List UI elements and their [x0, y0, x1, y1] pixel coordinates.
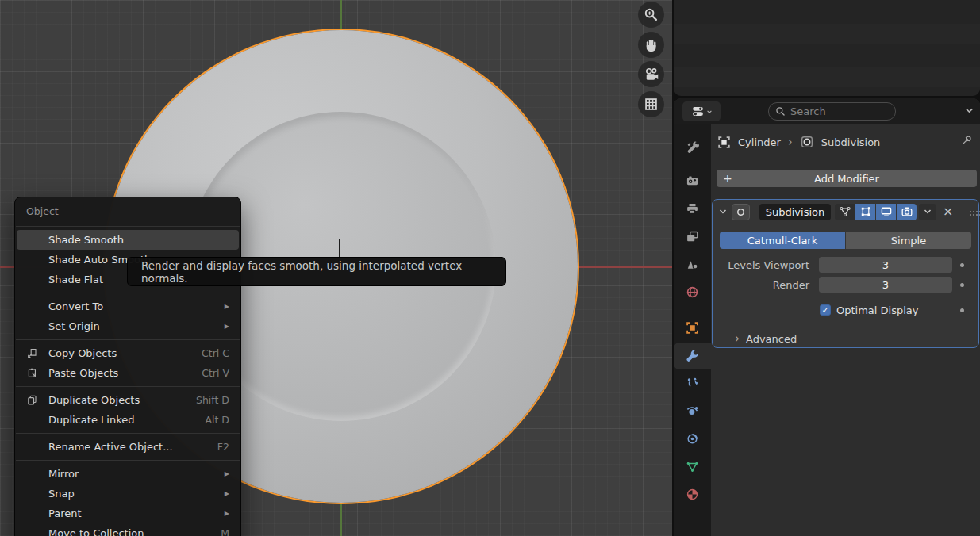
remove-modifier-button[interactable]: × — [943, 205, 953, 218]
shortcut-label: Ctrl C — [202, 347, 229, 359]
tab-object[interactable] — [674, 314, 711, 341]
advanced-section-toggle[interactable]: › Advanced — [735, 331, 797, 346]
levels-viewport-field[interactable]: 3 — [819, 257, 952, 273]
3d-viewport[interactable]: Object Shade Smooth Shade Auto Smooth Sh… — [0, 0, 672, 536]
tab-view-layer[interactable] — [674, 223, 711, 250]
menu-item-duplicate-objects[interactable]: Duplicate Objects Shift D — [17, 390, 239, 410]
menu-separator — [15, 457, 240, 464]
submenu-arrow-icon: ▶ — [225, 490, 229, 497]
properties-body: Cylinder › Subdivision + Add Modifier — [674, 124, 980, 536]
properties-header — [674, 98, 980, 124]
menu-item-duplicate-linked[interactable]: Duplicate Linked Alt D — [17, 410, 239, 430]
advanced-label: Advanced — [746, 333, 797, 345]
expand-chevron-icon[interactable] — [718, 207, 728, 216]
tab-output[interactable] — [674, 195, 711, 222]
search-icon — [775, 106, 786, 117]
menu-item-convert-to[interactable]: Convert To ▶ — [17, 297, 239, 316]
properties-editor-icon — [691, 105, 705, 118]
tab-modifiers[interactable] — [674, 343, 711, 369]
optimal-display-checkbox[interactable]: ✓ — [820, 304, 831, 316]
menu-item-parent[interactable]: Parent ▶ — [17, 503, 239, 523]
levels-viewport-row: Levels Viewport 3 — [713, 257, 978, 273]
shortcut-label: M — [221, 527, 229, 536]
shortcut-label: Alt D — [205, 414, 229, 426]
modifier-extras-dropdown[interactable] — [919, 204, 936, 220]
search-input[interactable] — [790, 105, 878, 117]
modifier-name-field[interactable]: Subdivision — [759, 204, 831, 220]
add-modifier-label: Add Modifier — [814, 173, 879, 185]
filter-dropdown-button[interactable] — [964, 105, 974, 116]
submenu-arrow-icon: ▶ — [225, 303, 229, 310]
menu-item-move-to-collection[interactable]: Move to Collection M — [17, 523, 239, 536]
menu-item-copy-objects[interactable]: Copy Objects Ctrl C — [17, 343, 239, 363]
tab-scene[interactable] — [674, 251, 711, 278]
tab-material[interactable] — [674, 480, 711, 507]
subdivision-algorithm-segmented: Catmull-Clark Simple — [720, 232, 971, 249]
camera-view-icon[interactable] — [638, 61, 664, 87]
animate-dot-icon[interactable] — [960, 263, 964, 267]
modifier-panel-header: Subdivision — [713, 200, 978, 224]
chevron-down-icon — [706, 109, 713, 115]
zoom-in-icon[interactable] — [638, 2, 664, 28]
tab-physics[interactable] — [674, 397, 711, 424]
tab-object-data[interactable] — [674, 453, 711, 480]
menu-separator — [15, 336, 240, 343]
editor-type-button[interactable] — [682, 101, 721, 121]
render-levels-field[interactable]: 3 — [819, 277, 952, 293]
toggle-render-icon[interactable] — [897, 204, 917, 220]
modifier-icon[interactable] — [800, 135, 814, 149]
tooltip: Render and display faces smooth, using i… — [127, 257, 506, 286]
properties-editor: Cylinder › Subdivision + Add Modifier — [674, 98, 980, 536]
menu-item-mirror[interactable]: Mirror ▶ — [17, 464, 239, 484]
mesh-object-icon[interactable] — [717, 136, 731, 149]
breadcrumb: Cylinder › Subdivision — [717, 133, 880, 151]
tab-render[interactable] — [674, 167, 711, 194]
tooltip-text: Render and display faces smooth, using i… — [141, 259, 505, 285]
pin-icon[interactable] — [960, 134, 973, 147]
menu-separator — [15, 223, 240, 230]
cursor-marker — [339, 239, 340, 257]
menu-separator — [15, 430, 240, 437]
copy-icon — [26, 347, 48, 359]
tab-particles[interactable] — [674, 369, 711, 396]
subdivision-modifier-panel: Subdivision — [712, 199, 979, 348]
breadcrumb-separator-icon: › — [788, 135, 793, 149]
menu-item-snap[interactable]: Snap ▶ — [17, 484, 239, 503]
paste-icon — [26, 367, 48, 379]
submenu-arrow-icon: ▶ — [225, 510, 229, 517]
modifier-display-toggles — [835, 204, 917, 220]
properties-content: Cylinder › Subdivision + Add Modifier — [711, 124, 980, 536]
add-modifier-button[interactable]: + Add Modifier — [717, 170, 977, 187]
catmull-clark-button[interactable]: Catmull-Clark — [720, 232, 845, 249]
chevron-down-icon — [923, 207, 932, 216]
menu-item-set-origin[interactable]: Set Origin ▶ — [17, 316, 239, 336]
viewport-nav-gizmos — [638, 2, 665, 121]
simple-button[interactable]: Simple — [846, 232, 971, 249]
render-levels-row: Render 3 — [713, 277, 978, 293]
tab-constraints[interactable] — [674, 425, 711, 452]
animate-dot-icon[interactable] — [960, 283, 964, 287]
grid-ortho-icon[interactable] — [638, 91, 664, 117]
blender-window: Object Shade Smooth Shade Auto Smooth Sh… — [0, 0, 980, 536]
context-menu-title: Object — [15, 201, 240, 223]
breadcrumb-modifier-label[interactable]: Subdivision — [821, 136, 881, 148]
duplicate-icon — [26, 394, 48, 406]
toggle-edit-mode-icon[interactable] — [855, 204, 875, 220]
levels-viewport-label: Levels Viewport — [713, 259, 809, 271]
tab-world[interactable] — [674, 278, 711, 305]
submenu-arrow-icon: ▶ — [225, 470, 229, 477]
menu-item-shade-smooth[interactable]: Shade Smooth — [17, 230, 239, 250]
menu-separator — [15, 289, 240, 297]
shortcut-label: Ctrl V — [202, 367, 229, 379]
menu-item-rename-active-object[interactable]: Rename Active Object... F2 — [17, 437, 239, 457]
toggle-on-cage-icon[interactable] — [835, 204, 855, 220]
pan-hand-icon[interactable] — [638, 32, 664, 58]
toggle-realtime-display-icon[interactable] — [876, 204, 896, 220]
tab-tool[interactable] — [674, 133, 711, 160]
outliner-editor[interactable] — [674, 0, 980, 96]
drag-handle-icon[interactable] — [970, 211, 972, 213]
breadcrumb-object-label[interactable]: Cylinder — [738, 136, 781, 148]
menu-item-paste-objects[interactable]: Paste Objects Ctrl V — [17, 363, 239, 383]
animate-dot-icon[interactable] — [960, 308, 964, 312]
search-box[interactable] — [768, 102, 896, 121]
